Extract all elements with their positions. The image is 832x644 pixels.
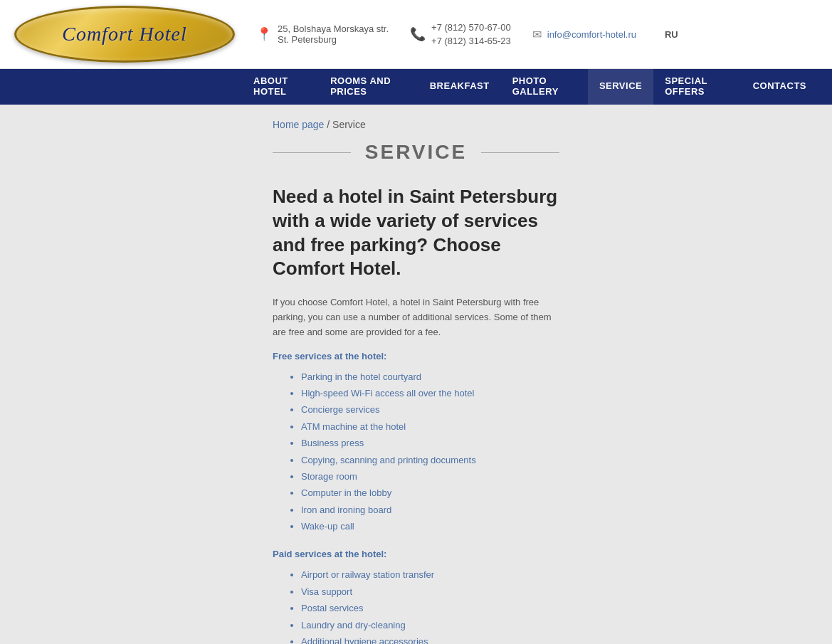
nav-rooms-prices[interactable]: ROOMS AND PRICES bbox=[319, 69, 418, 105]
phone-numbers: +7 (812) 570-67-00 +7 (812) 314-65-23 bbox=[431, 21, 511, 48]
logo-area: Comfort Hotel bbox=[14, 6, 256, 63]
page-title-section: SERVICE bbox=[273, 141, 559, 164]
breadcrumb-current: Service bbox=[332, 119, 366, 130]
list-item: High-speed Wi-Fi access all over the hot… bbox=[301, 385, 559, 401]
email-block: ✉ info@comfort-hotel.ru bbox=[532, 28, 636, 41]
list-item: Business press bbox=[301, 435, 559, 451]
contact-info: 📍 25, Bolshaya Morskaya str. St. Petersb… bbox=[256, 21, 818, 48]
free-services-list: Parking in the hotel courtyard High-spee… bbox=[273, 369, 559, 535]
email-icon: ✉ bbox=[532, 28, 542, 41]
email-link[interactable]: info@comfort-hotel.ru bbox=[547, 29, 636, 40]
list-item: Additional hygiene accessories bbox=[301, 633, 559, 644]
paid-services-list: Airport or railway station transfer Visa… bbox=[273, 566, 559, 644]
nav-special-offers[interactable]: SPECIAL OFFERS bbox=[653, 69, 742, 105]
breadcrumb-home[interactable]: Home page bbox=[273, 119, 324, 130]
title-line-right bbox=[481, 152, 559, 153]
paid-services-label: Paid services at the hotel: bbox=[273, 549, 559, 559]
address-text: 25, Bolshaya Morskaya str. St. Petersbur… bbox=[278, 23, 389, 45]
content-headline: Need a hotel in Saint Petersburg with a … bbox=[273, 185, 559, 281]
address-block: 📍 25, Bolshaya Morskaya str. St. Petersb… bbox=[256, 23, 389, 45]
list-item: Copying, scanning and printing documents bbox=[301, 452, 559, 468]
nav-about-hotel[interactable]: ABOUT HOTEL bbox=[242, 69, 319, 105]
logo-text: Comfort Hotel bbox=[62, 23, 187, 46]
list-item: Visa support bbox=[301, 584, 559, 600]
content-area: Need a hotel in Saint Petersburg with a … bbox=[273, 185, 559, 644]
location-icon: 📍 bbox=[256, 26, 272, 42]
phone-block: 📞 +7 (812) 570-67-00 +7 (812) 314-65-23 bbox=[410, 21, 511, 48]
language-switch[interactable]: RU bbox=[665, 29, 678, 40]
list-item: Postal services bbox=[301, 600, 559, 616]
title-line-left bbox=[273, 152, 351, 153]
list-item: Airport or railway station transfer bbox=[301, 566, 559, 583]
breadcrumb: Home page / Service bbox=[273, 119, 559, 130]
list-item: Iron and ironing board bbox=[301, 502, 559, 518]
nav-contacts[interactable]: CONTACTS bbox=[742, 69, 818, 105]
list-item: Computer in the lobby bbox=[301, 485, 559, 501]
nav-items: ABOUT HOTEL ROOMS AND PRICES BREAKFAST P… bbox=[242, 69, 818, 105]
page-title: SERVICE bbox=[351, 141, 481, 164]
intro-text: If you choose Comfort Hotel, a hotel in … bbox=[273, 295, 559, 339]
list-item: Wake-up call bbox=[301, 518, 559, 534]
list-item: Storage room bbox=[301, 468, 559, 485]
free-services-label: Free services at the hotel: bbox=[273, 351, 559, 361]
breadcrumb-separator: / bbox=[327, 119, 330, 130]
nav-service[interactable]: SERVICE bbox=[588, 69, 653, 105]
list-item: Parking in the hotel courtyard bbox=[301, 369, 559, 385]
list-item: Concierge services bbox=[301, 401, 559, 418]
list-item: Laundry and dry-cleaning bbox=[301, 617, 559, 633]
main-content: Home page / Service SERVICE Need a hotel… bbox=[0, 105, 832, 644]
nav-breakfast[interactable]: BREAKFAST bbox=[418, 69, 501, 105]
top-bar: Comfort Hotel 📍 25, Bolshaya Morskaya st… bbox=[0, 0, 832, 69]
phone-icon: 📞 bbox=[410, 26, 426, 42]
logo[interactable]: Comfort Hotel bbox=[14, 6, 235, 63]
nav-bar: ABOUT HOTEL ROOMS AND PRICES BREAKFAST P… bbox=[0, 69, 832, 105]
nav-photo-gallery[interactable]: PHOTO GALLERY bbox=[501, 69, 588, 105]
list-item: ATM machine at the hotel bbox=[301, 418, 559, 435]
